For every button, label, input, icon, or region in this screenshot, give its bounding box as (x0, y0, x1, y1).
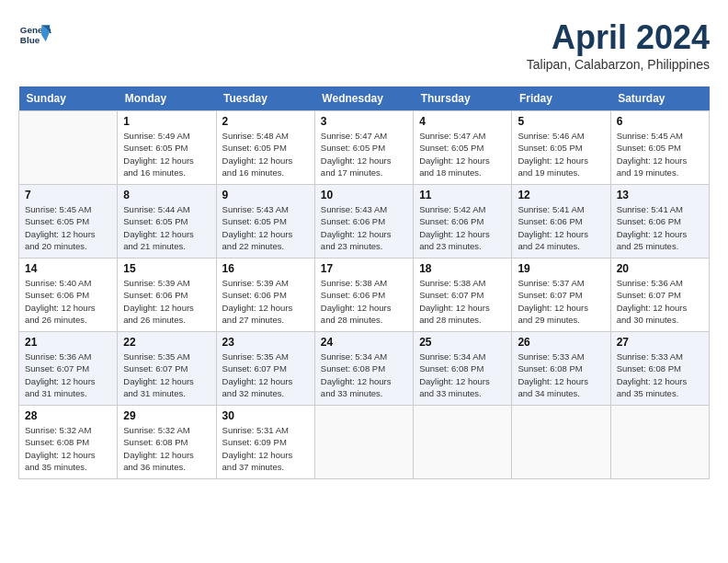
logo: General Blue (18, 18, 51, 52)
day-number: 23 (222, 336, 309, 349)
calendar-week-row: 21Sunrise: 5:36 AMSunset: 6:07 PMDayligh… (19, 332, 710, 406)
day-number: 3 (321, 115, 407, 128)
day-info: Sunrise: 5:43 AMSunset: 6:05 PMDaylight:… (222, 203, 309, 252)
calendar-table: SundayMondayTuesdayWednesdayThursdayFrid… (18, 86, 710, 479)
weekday-header-thursday: Thursday (414, 86, 512, 111)
calendar-cell: 16Sunrise: 5:39 AMSunset: 6:06 PMDayligh… (216, 259, 314, 332)
page-header: General Blue April 2024 Talipan, Calabar… (18, 18, 710, 72)
calendar-cell: 18Sunrise: 5:38 AMSunset: 6:07 PMDayligh… (414, 259, 512, 332)
day-info: Sunrise: 5:35 AMSunset: 6:07 PMDaylight:… (222, 350, 309, 399)
calendar-cell: 20Sunrise: 5:36 AMSunset: 6:07 PMDayligh… (610, 259, 709, 332)
weekday-header-saturday: Saturday (610, 86, 709, 111)
calendar-cell: 12Sunrise: 5:41 AMSunset: 6:06 PMDayligh… (512, 185, 610, 259)
logo-icon: General Blue (18, 18, 51, 52)
calendar-cell (512, 406, 610, 479)
calendar-cell: 7Sunrise: 5:45 AMSunset: 6:05 PMDaylight… (19, 185, 118, 259)
day-number: 7 (25, 189, 111, 201)
day-number: 8 (123, 189, 210, 201)
day-info: Sunrise: 5:36 AMSunset: 6:07 PMDaylight:… (25, 350, 111, 399)
calendar-cell: 2Sunrise: 5:48 AMSunset: 6:05 PMDaylight… (216, 111, 314, 185)
calendar-week-row: 1Sunrise: 5:49 AMSunset: 6:05 PMDaylight… (19, 111, 710, 185)
calendar-cell: 4Sunrise: 5:47 AMSunset: 6:05 PMDaylight… (414, 111, 512, 185)
calendar-cell: 21Sunrise: 5:36 AMSunset: 6:07 PMDayligh… (19, 332, 118, 406)
calendar-week-row: 28Sunrise: 5:32 AMSunset: 6:08 PMDayligh… (19, 406, 710, 479)
calendar-week-row: 7Sunrise: 5:45 AMSunset: 6:05 PMDaylight… (19, 185, 710, 259)
day-number: 29 (123, 409, 210, 422)
calendar-cell (19, 111, 118, 185)
day-number: 30 (222, 409, 309, 422)
day-info: Sunrise: 5:38 AMSunset: 6:07 PMDaylight:… (419, 277, 506, 326)
calendar-cell: 24Sunrise: 5:34 AMSunset: 6:08 PMDayligh… (314, 332, 413, 406)
calendar-cell: 14Sunrise: 5:40 AMSunset: 6:06 PMDayligh… (19, 259, 118, 332)
weekday-header-row: SundayMondayTuesdayWednesdayThursdayFrid… (19, 86, 710, 111)
day-number: 22 (123, 336, 210, 349)
day-number: 1 (123, 115, 210, 128)
day-number: 13 (617, 189, 703, 201)
calendar-cell: 1Sunrise: 5:49 AMSunset: 6:05 PMDaylight… (118, 111, 216, 185)
day-number: 25 (419, 336, 506, 349)
day-info: Sunrise: 5:33 AMSunset: 6:08 PMDaylight:… (518, 350, 604, 399)
day-number: 26 (518, 336, 604, 349)
svg-text:Blue: Blue (20, 35, 40, 45)
day-info: Sunrise: 5:49 AMSunset: 6:05 PMDaylight:… (123, 130, 210, 178)
calendar-week-row: 14Sunrise: 5:40 AMSunset: 6:06 PMDayligh… (19, 259, 710, 332)
day-info: Sunrise: 5:33 AMSunset: 6:08 PMDaylight:… (617, 350, 703, 399)
calendar-cell: 10Sunrise: 5:43 AMSunset: 6:06 PMDayligh… (314, 185, 413, 259)
day-info: Sunrise: 5:42 AMSunset: 6:06 PMDaylight:… (419, 203, 506, 252)
day-info: Sunrise: 5:47 AMSunset: 6:05 PMDaylight:… (321, 130, 407, 178)
day-info: Sunrise: 5:32 AMSunset: 6:08 PMDaylight:… (123, 424, 210, 473)
calendar-cell: 26Sunrise: 5:33 AMSunset: 6:08 PMDayligh… (512, 332, 610, 406)
calendar-cell: 11Sunrise: 5:42 AMSunset: 6:06 PMDayligh… (414, 185, 512, 259)
day-info: Sunrise: 5:31 AMSunset: 6:09 PMDaylight:… (222, 424, 309, 473)
day-number: 18 (419, 262, 506, 275)
day-info: Sunrise: 5:48 AMSunset: 6:05 PMDaylight:… (222, 130, 309, 178)
day-info: Sunrise: 5:45 AMSunset: 6:05 PMDaylight:… (617, 130, 703, 178)
calendar-cell: 25Sunrise: 5:34 AMSunset: 6:08 PMDayligh… (414, 332, 512, 406)
day-number: 19 (518, 262, 604, 275)
day-number: 21 (25, 336, 111, 349)
day-info: Sunrise: 5:36 AMSunset: 6:07 PMDaylight:… (617, 277, 703, 326)
day-info: Sunrise: 5:40 AMSunset: 6:06 PMDaylight:… (25, 277, 111, 326)
day-info: Sunrise: 5:46 AMSunset: 6:05 PMDaylight:… (518, 130, 604, 178)
month-title: April 2024 (527, 18, 710, 57)
calendar-cell: 13Sunrise: 5:41 AMSunset: 6:06 PMDayligh… (610, 185, 709, 259)
location-subtitle: Talipan, Calabarzon, Philippines (527, 57, 710, 72)
day-info: Sunrise: 5:45 AMSunset: 6:05 PMDaylight:… (25, 203, 111, 252)
day-info: Sunrise: 5:39 AMSunset: 6:06 PMDaylight:… (123, 277, 210, 326)
day-number: 10 (321, 189, 407, 201)
title-block: April 2024 Talipan, Calabarzon, Philippi… (527, 18, 710, 72)
calendar-cell: 19Sunrise: 5:37 AMSunset: 6:07 PMDayligh… (512, 259, 610, 332)
calendar-cell: 8Sunrise: 5:44 AMSunset: 6:05 PMDaylight… (118, 185, 216, 259)
day-number: 16 (222, 262, 309, 275)
day-info: Sunrise: 5:34 AMSunset: 6:08 PMDaylight:… (321, 350, 407, 399)
calendar-cell (314, 406, 413, 479)
day-info: Sunrise: 5:43 AMSunset: 6:06 PMDaylight:… (321, 203, 407, 252)
day-info: Sunrise: 5:38 AMSunset: 6:06 PMDaylight:… (321, 277, 407, 326)
calendar-cell: 15Sunrise: 5:39 AMSunset: 6:06 PMDayligh… (118, 259, 216, 332)
calendar-cell: 28Sunrise: 5:32 AMSunset: 6:08 PMDayligh… (19, 406, 118, 479)
day-number: 20 (617, 262, 703, 275)
weekday-header-wednesday: Wednesday (314, 86, 413, 111)
day-number: 4 (419, 115, 506, 128)
day-number: 5 (518, 115, 604, 128)
weekday-header-friday: Friday (512, 86, 610, 111)
weekday-header-tuesday: Tuesday (216, 86, 314, 111)
day-number: 14 (25, 262, 111, 275)
day-number: 28 (25, 409, 111, 422)
day-info: Sunrise: 5:37 AMSunset: 6:07 PMDaylight:… (518, 277, 604, 326)
day-number: 12 (518, 189, 604, 201)
calendar-cell: 29Sunrise: 5:32 AMSunset: 6:08 PMDayligh… (118, 406, 216, 479)
day-info: Sunrise: 5:34 AMSunset: 6:08 PMDaylight:… (419, 350, 506, 399)
calendar-cell: 5Sunrise: 5:46 AMSunset: 6:05 PMDaylight… (512, 111, 610, 185)
calendar-cell: 9Sunrise: 5:43 AMSunset: 6:05 PMDaylight… (216, 185, 314, 259)
day-info: Sunrise: 5:39 AMSunset: 6:06 PMDaylight:… (222, 277, 309, 326)
calendar-cell: 3Sunrise: 5:47 AMSunset: 6:05 PMDaylight… (314, 111, 413, 185)
day-info: Sunrise: 5:44 AMSunset: 6:05 PMDaylight:… (123, 203, 210, 252)
day-number: 2 (222, 115, 309, 128)
day-number: 24 (321, 336, 407, 349)
day-number: 11 (419, 189, 506, 201)
weekday-header-monday: Monday (118, 86, 216, 111)
calendar-cell: 23Sunrise: 5:35 AMSunset: 6:07 PMDayligh… (216, 332, 314, 406)
day-number: 27 (617, 336, 703, 349)
day-info: Sunrise: 5:47 AMSunset: 6:05 PMDaylight:… (419, 130, 506, 178)
